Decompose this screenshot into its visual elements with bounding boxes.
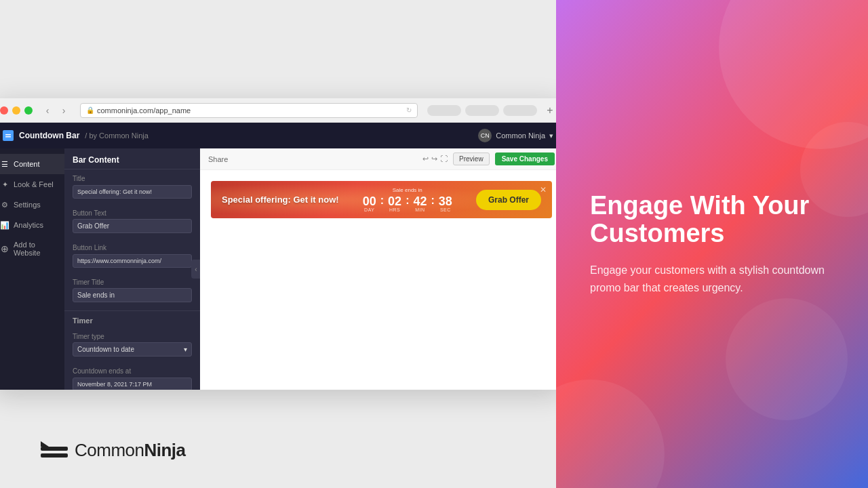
timer-seconds-value: 38: [439, 195, 452, 207]
new-tab-button[interactable]: +: [544, 104, 556, 117]
timer-unit-hours: 02 HRS: [388, 195, 401, 212]
timer-sep-1: :: [380, 195, 384, 207]
timer-type-field-group: Timer type Countdown to date ▾: [64, 327, 200, 362]
browser-dot-yellow[interactable]: [12, 106, 20, 115]
engage-heading: Engage With Your Customers: [590, 192, 834, 249]
toolbar-actions: ↩ ↪ ⛶ Preview Save Changes: [422, 152, 555, 165]
sidebar-item-add[interactable]: ⊕ Add to Website: [0, 235, 64, 262]
preview-button[interactable]: Preview: [453, 152, 490, 165]
browser-dot-red[interactable]: [0, 106, 8, 115]
account-avatar: CN: [478, 129, 492, 142]
browser-window: ‹ › 🔒 commoninja.com/app_name ↻ +: [0, 98, 563, 390]
timer-type-label: Timer type: [73, 333, 192, 340]
app-title-by: / by Common Ninja: [85, 131, 149, 140]
browser-dot-green[interactable]: [24, 106, 33, 115]
sidebar-item-look-label: Look & Feel: [14, 180, 54, 188]
browser-nav: ‹ ›: [41, 104, 71, 117]
bar-cta-button[interactable]: Grab Offer: [476, 190, 541, 210]
browser-action-pill-2: [465, 105, 499, 116]
right-panel: Engage With Your Customers Engage your c…: [556, 0, 868, 488]
timer-title-label: Timer Title: [73, 279, 192, 286]
timer-hours-label: HRS: [389, 207, 400, 212]
button-text-label: Button Text: [73, 209, 192, 217]
panel-collapse-button[interactable]: ‹: [191, 260, 200, 279]
content-icon: ☰: [0, 159, 9, 169]
app-main: ☰ Content ✦ Look & Feel ⚙ Settings 📊 Ana…: [0, 148, 563, 390]
bar-timer-units: 00 DAY : 02 HRS :: [363, 195, 452, 212]
add-icon: ⊕: [0, 244, 9, 253]
url-text: commoninja.com/app_name: [97, 106, 191, 115]
preview-content: Special offering: Get it now! Sale ends …: [200, 170, 563, 390]
timer-minutes-label: MIN: [415, 207, 425, 212]
timer-unit-days: 00 DAY: [363, 195, 376, 212]
account-name: Common Ninja: [496, 131, 545, 140]
fullscreen-icon[interactable]: ⛶: [440, 155, 448, 163]
timer-unit-minutes: 42 MIN: [413, 195, 427, 212]
app-body: ☰ Content ✦ Look & Feel ⚙ Settings 📊 Ana…: [0, 148, 563, 390]
button-text-input[interactable]: [73, 219, 192, 233]
save-button[interactable]: Save Changes: [495, 152, 555, 165]
app-title: Countdown Bar: [19, 131, 79, 140]
timer-days-value: 00: [363, 195, 376, 207]
decorative-circle-1: [726, 298, 848, 420]
button-text-field-group: Button Text: [64, 204, 200, 239]
timer-sep-3: :: [431, 195, 435, 207]
app-header-right: CN Common Ninja ▾: [478, 129, 553, 142]
title-field-group: Title: [64, 169, 200, 204]
bar-timer-section: Sale ends in 00 DAY : 02 HRS: [363, 187, 452, 212]
bar-timer-label: Sale ends in: [393, 187, 422, 193]
app-logo-icon: [3, 130, 14, 141]
timer-hours-value: 02: [388, 195, 401, 207]
timer-seconds-label: SEC: [440, 207, 451, 212]
commonninja-logo-icon: [41, 441, 68, 460]
timer-title-field-group: Timer Title: [64, 273, 200, 308]
sidebar-item-settings-label: Settings: [14, 201, 41, 209]
countdown-bar: Special offering: Get it now! Sale ends …: [211, 181, 552, 218]
browser-actions: [427, 105, 537, 116]
logo-text: CommonNinja: [75, 440, 186, 461]
content-panel: Bar Content Title Button Text Button Lin…: [64, 148, 200, 390]
settings-icon: ⚙: [0, 200, 9, 209]
browser-action-pill-3: [503, 105, 537, 116]
bar-offer-text: Special offering: Get it now!: [222, 195, 339, 205]
refresh-icon: ↻: [406, 106, 412, 114]
title-label: Title: [73, 175, 192, 182]
sidebar-item-content[interactable]: ☰ Content: [0, 154, 64, 174]
preview-area: Share ↩ ↪ ⛶ Preview Save Changes: [200, 148, 563, 390]
timer-type-value: Countdown to date: [77, 346, 134, 353]
redo-icon[interactable]: ↪: [431, 155, 437, 163]
sidebar-item-analytics[interactable]: 📊 Analytics: [0, 215, 64, 235]
timer-days-label: DAY: [364, 207, 374, 212]
svg-marker-4: [41, 441, 49, 447]
share-label: Share: [208, 155, 228, 163]
countdown-ends-label: Countdown ends at: [73, 367, 192, 375]
left-panel: ‹ › 🔒 commoninja.com/app_name ↻ +: [0, 0, 556, 488]
app-header: Countdown Bar / by Common Ninja CN Commo…: [0, 123, 563, 148]
timer-section-label: Timer: [64, 310, 200, 327]
browser-action-pill-1: [427, 105, 461, 116]
sidebar-item-content-label: Content: [14, 160, 40, 168]
button-link-field-group: Button Link: [64, 239, 200, 273]
preview-toolbar: Share ↩ ↪ ⛶ Preview Save Changes: [200, 148, 563, 170]
svg-rect-2: [41, 447, 68, 451]
timer-title-input[interactable]: [73, 288, 192, 302]
browser-address-bar[interactable]: 🔒 commoninja.com/app_name ↻: [80, 103, 418, 118]
title-input[interactable]: [73, 185, 192, 199]
sidebar-item-look[interactable]: ✦ Look & Feel: [0, 174, 64, 195]
browser-forward-button[interactable]: ›: [57, 104, 71, 117]
sidebar-item-settings[interactable]: ⚙ Settings: [0, 195, 64, 215]
engage-heading-line2: Customers: [590, 219, 725, 247]
sidebar-item-analytics-label: Analytics: [14, 221, 43, 229]
timer-type-dropdown[interactable]: Countdown to date ▾: [73, 342, 192, 357]
svg-rect-0: [5, 134, 11, 136]
undo-icon[interactable]: ↩: [422, 155, 429, 163]
bar-close-icon[interactable]: ✕: [540, 185, 547, 195]
toolbar-icons: ↩ ↪ ⛶: [422, 155, 448, 163]
sidebar-item-add-label: Add to Website: [14, 241, 58, 257]
button-link-input[interactable]: [73, 254, 192, 268]
content-panel-header: Bar Content: [64, 148, 200, 169]
countdown-ends-input[interactable]: [73, 378, 192, 390]
account-dropdown-icon[interactable]: ▾: [549, 131, 553, 140]
svg-rect-1: [5, 136, 11, 138]
browser-back-button[interactable]: ‹: [41, 104, 54, 117]
